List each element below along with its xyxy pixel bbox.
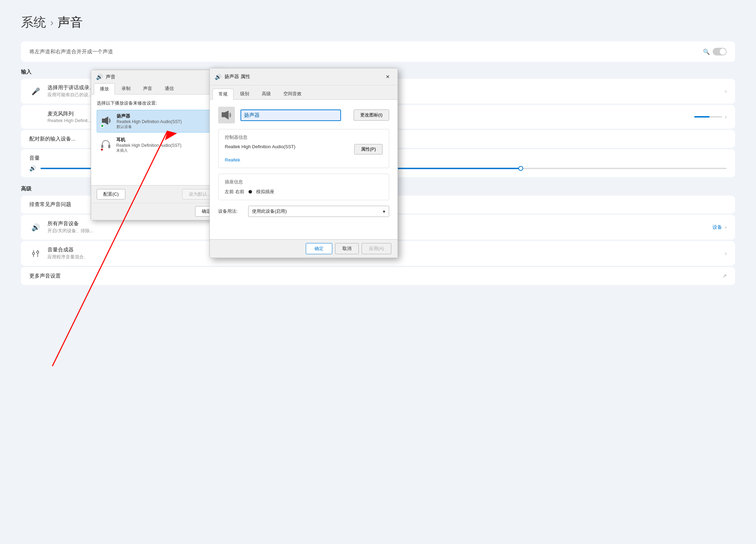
usage-label: 设备用法: <box>218 208 243 214</box>
sound-dialog-body: 选择以下播放设备来修改设置: 扬声器 Realtek High Definiti… <box>91 95 223 185</box>
props-apply-button[interactable]: 应用(A) <box>362 243 391 254</box>
jack-dot <box>249 190 252 194</box>
sound-dialog-icon: 🔊 <box>96 74 103 80</box>
config-button[interactable]: 配置(C) <box>97 189 125 199</box>
breadcrumb-sound: 声音 <box>58 14 83 31</box>
more-settings-external-icon: ↗ <box>722 273 727 279</box>
device-name-input[interactable] <box>240 109 341 121</box>
controller-link[interactable]: Realtek <box>225 157 240 163</box>
props-dialog-title: 扬声器 属性 <box>224 74 250 80</box>
mono-search-icon[interactable]: 🔍 <box>703 48 710 55</box>
headphone-status-dot <box>100 148 104 151</box>
svg-point-1 <box>37 251 39 253</box>
mic-icon: 🎤 <box>29 85 42 98</box>
headphone-tag: 未插入 <box>116 148 181 153</box>
mic-array-icon <box>29 111 42 123</box>
mono-text: 将左声道和右声道合并开成一个声道 <box>29 48 113 55</box>
jack-info-section: 插座信息 左前 右前 模拟插座 <box>218 174 389 200</box>
usage-row: 设备用法: 使用此设备(启用) ▾ <box>218 206 389 217</box>
tab-comms[interactable]: 通信 <box>159 83 180 94</box>
tab-recording[interactable]: 录制 <box>116 83 136 94</box>
mono-toggle[interactable] <box>713 48 727 55</box>
mixer-arrow: › <box>725 250 727 257</box>
all-devices-icon: 🔊 <box>29 221 42 234</box>
headphone-name: 耳机 <box>116 137 181 143</box>
mic-array-arrow: › <box>725 114 727 120</box>
svg-rect-8 <box>108 145 110 148</box>
props-cancel-button[interactable]: 取消 <box>335 243 359 254</box>
jack-section-label: 插座信息 <box>225 179 383 185</box>
volume-icon: 🔊 <box>29 165 36 172</box>
svg-point-0 <box>32 252 35 255</box>
usage-chevron: ▾ <box>383 209 385 214</box>
sound-dialog: 🔊 声音 播放 录制 声音 通信 选择以下播放设备来修改设置: 扬声器 Real… <box>91 70 223 220</box>
input-mic-arrow: › <box>725 88 727 95</box>
controller-name: Realtek High Definition Audio(SST) <box>225 144 295 149</box>
tab-general[interactable]: 常规 <box>213 89 234 100</box>
change-icon-button[interactable]: 更改图标(I) <box>354 109 389 121</box>
speaker-tag: 默认设备 <box>117 124 182 129</box>
props-dialog-close[interactable]: ✕ <box>383 72 393 82</box>
page-header: 系统 › 声音 <box>21 14 735 31</box>
controller-info-section: 控制器信息 Realtek High Definition Audio(SST)… <box>218 129 389 168</box>
jack-type: 模拟插座 <box>256 189 274 195</box>
mixer-icon <box>29 247 42 260</box>
jack-position: 左前 右前 <box>225 189 244 195</box>
all-devices-arrow: › <box>725 224 727 231</box>
device-name-row: 更改图标(I) <box>218 107 389 123</box>
breadcrumb-chevron: › <box>50 17 53 28</box>
svg-rect-6 <box>102 119 105 123</box>
sound-dialog-title: 声音 <box>106 74 116 80</box>
controller-section-label: 控制器信息 <box>225 134 383 141</box>
speaker-sub: Realtek High Definition Audio(SST) <box>117 119 182 124</box>
device-item-speaker[interactable]: 扬声器 Realtek High Definition Audio(SST) 默… <box>97 110 217 133</box>
headphone-device-icon <box>100 139 113 151</box>
headphone-sub: Realtek High Definition Audio(SST) <box>116 143 181 148</box>
sound-dialog-footer: 配置(C) 设为默认... <box>91 185 223 203</box>
speaker-status-dot <box>101 124 104 128</box>
props-dialog: 🔊 扬声器 属性 ✕ 常规 级别 高级 空间音效 更改图标(I) <box>209 68 398 258</box>
breadcrumb-system: 系统 <box>21 14 46 31</box>
props-dialog-footer: 确定 取消 应用(A) <box>210 239 398 258</box>
usage-select[interactable]: 使用此设备(启用) ▾ <box>248 206 389 217</box>
props-ok-button[interactable]: 确定 <box>306 243 332 254</box>
more-settings-label: 更多声音设置 <box>29 273 61 279</box>
device-item-headphone[interactable]: 耳机 Realtek High Definition Audio(SST) 未插… <box>97 134 217 156</box>
device-large-icon <box>218 107 235 123</box>
svg-rect-9 <box>222 112 225 117</box>
sound-dialog-titlebar: 🔊 声音 <box>91 70 223 80</box>
speaker-name: 扬声器 <box>117 113 182 119</box>
props-dialog-titlebar: 🔊 扬声器 属性 ✕ <box>210 68 398 85</box>
tab-playback[interactable]: 播放 <box>94 83 115 95</box>
tab-spatial[interactable]: 空间音效 <box>277 88 307 99</box>
tab-sounds[interactable]: 声音 <box>137 83 158 94</box>
usage-value: 使用此设备(启用) <box>252 208 287 214</box>
tab-levels[interactable]: 级别 <box>234 88 255 99</box>
properties-button[interactable]: 属性(P) <box>354 144 383 154</box>
sound-dialog-tabs: 播放 录制 声音 通信 <box>91 80 223 95</box>
svg-rect-7 <box>101 145 103 148</box>
props-dialog-tabs: 常规 级别 高级 空间音效 <box>210 85 398 100</box>
props-dialog-icon: 🔊 <box>215 74 222 80</box>
find-device-link[interactable]: 设备 <box>712 224 722 231</box>
more-settings-card[interactable]: 更多声音设置 ↗ <box>21 267 735 285</box>
speaker-device-icon <box>101 115 113 128</box>
mono-section: 将左声道和右声道合并开成一个声道 🔍 <box>21 41 735 62</box>
tab-advanced[interactable]: 高级 <box>256 88 277 99</box>
props-dialog-body: 更改图标(I) 控制器信息 Realtek High Definition Au… <box>210 100 398 239</box>
sound-dialog-instruction: 选择以下播放设备来修改设置: <box>97 100 217 106</box>
